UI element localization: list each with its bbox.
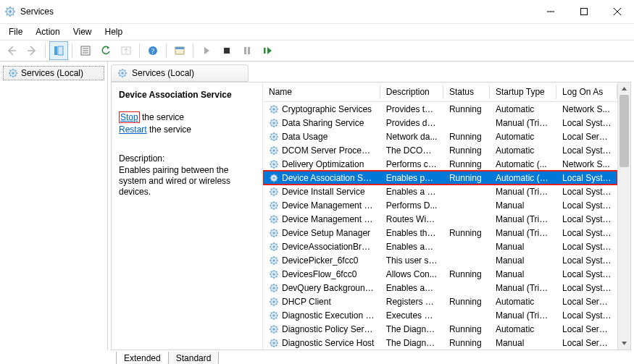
service-row[interactable]: Diagnostic Policy ServiceThe Diagno...Ru… — [263, 322, 617, 336]
cell-startup: Automatic (T... — [490, 173, 556, 183]
gear-icon — [117, 68, 128, 78]
cell-startup: Automatic — [490, 297, 556, 307]
menu-view[interactable]: View — [67, 25, 98, 38]
cell-desc: Enables the ... — [380, 228, 443, 238]
titlebar: Services — [0, 0, 634, 24]
maximize-button[interactable] — [567, 0, 601, 23]
cell-desc: Enables a c... — [380, 187, 443, 197]
stop-service-button[interactable] — [217, 41, 236, 60]
service-row[interactable]: Data Sharing ServiceProvides da...Manual… — [263, 116, 617, 130]
service-row[interactable]: DevQuery Background Disc...Enables app..… — [263, 281, 617, 295]
cell-logon: Network S... — [556, 159, 617, 169]
gear-icon — [269, 132, 279, 142]
col-header-name[interactable]: Name — [263, 82, 380, 101]
cell-logon: Local Syste... — [556, 200, 617, 211]
nav-back-button[interactable] — [2, 41, 21, 60]
vertical-scrollbar[interactable] — [617, 82, 630, 350]
service-row[interactable]: DHCP ClientRegisters an...RunningAutomat… — [263, 295, 617, 308]
restart-service-button[interactable] — [258, 41, 277, 60]
cell-logon: Local Service — [556, 338, 617, 348]
service-row[interactable]: Device Setup ManagerEnables the ...Runni… — [263, 226, 617, 240]
service-row[interactable]: Data UsageNetwork da...RunningAutomaticL… — [263, 130, 617, 143]
service-row[interactable]: Diagnostic Execution ServiceExecutes di.… — [263, 308, 617, 322]
tab-standard[interactable]: Standard — [168, 352, 220, 365]
col-header-start[interactable]: Startup Type — [490, 82, 556, 101]
toolbar-separator — [72, 43, 72, 58]
cell-status: Running — [443, 324, 490, 334]
cell-logon: Local Syste... — [556, 118, 617, 128]
menu-file[interactable]: File — [3, 25, 28, 38]
gear-icon — [269, 118, 279, 128]
props-dialog-button[interactable] — [170, 41, 189, 60]
service-row[interactable]: Delivery OptimizationPerforms co...Runni… — [263, 157, 617, 171]
gear-icon — [8, 68, 18, 78]
service-row[interactable]: Device Install ServiceEnables a c...Manu… — [263, 185, 617, 198]
service-name-text: Diagnostic Execution Service — [282, 310, 375, 321]
start-service-button[interactable] — [197, 41, 216, 60]
cell-startup: Manual (Trig... — [490, 310, 556, 321]
service-row[interactable]: Diagnostic Service HostThe Diagno...Runn… — [263, 336, 617, 350]
cell-status: Running — [443, 145, 490, 156]
show-tree-button[interactable] — [49, 41, 68, 60]
properties-button[interactable] — [76, 41, 95, 60]
service-row[interactable]: Device Association ServiceEnables pair..… — [263, 171, 617, 185]
cell-name: Device Association Service — [263, 173, 380, 183]
service-row[interactable]: DCOM Server Process Laun...The DCOML...R… — [263, 143, 617, 157]
menu-help[interactable]: Help — [99, 25, 129, 38]
pause-service-button[interactable] — [238, 41, 256, 60]
cell-name: Delivery Optimization — [263, 159, 380, 169]
svg-rect-27 — [248, 47, 250, 54]
cell-logon: Local Syste... — [556, 145, 617, 156]
pane-header: Services (Local) — [111, 64, 249, 82]
cell-startup: Manual — [490, 255, 556, 266]
tree-root-services[interactable]: Services (Local) — [3, 66, 104, 80]
refresh-button[interactable] — [96, 41, 115, 60]
service-row[interactable]: DevicesFlow_6fcc0Allows Con...RunningMan… — [263, 267, 617, 281]
cell-name: Device Setup Manager — [263, 228, 380, 238]
help-button[interactable]: ? — [143, 41, 162, 60]
cell-name: Device Management Wirele... — [263, 214, 380, 224]
service-row[interactable]: DevicePicker_6fcc0This user ser...Manual… — [263, 253, 617, 267]
gear-icon — [269, 242, 279, 252]
service-row[interactable]: Device Management Enroll...Performs D...… — [263, 198, 617, 212]
gear-icon — [269, 255, 279, 266]
scroll-up-icon[interactable] — [618, 82, 630, 95]
cell-name: Diagnostic Service Host — [263, 338, 380, 348]
service-row[interactable]: Cryptographic ServicesProvides thr...Run… — [263, 102, 617, 116]
scroll-thumb[interactable] — [620, 95, 629, 167]
menu-action[interactable]: Action — [30, 25, 65, 38]
col-header-status[interactable]: Status — [443, 82, 490, 101]
cell-desc: Performs co... — [380, 159, 443, 169]
scroll-down-icon[interactable] — [618, 337, 630, 350]
nav-forward-button[interactable] — [22, 41, 41, 60]
tab-extended[interactable]: Extended — [116, 352, 169, 365]
cell-desc: Routes Wire... — [380, 214, 443, 224]
cell-logon: Local Syste... — [556, 187, 617, 197]
restart-link[interactable]: Restart — [119, 124, 147, 135]
gear-icon — [269, 338, 279, 348]
service-name-text: DevicesFlow_6fcc0 — [282, 269, 375, 279]
cell-desc: Enables app... — [380, 242, 443, 252]
window-title: Services — [20, 7, 54, 17]
cell-startup: Manual — [490, 242, 556, 252]
col-header-logon[interactable]: Log On As — [556, 82, 617, 101]
list-header: Name Description Status Startup Type Log… — [263, 82, 617, 102]
col-header-desc[interactable]: Description — [380, 82, 443, 101]
cell-name: DevicesFlow_6fcc0 — [263, 269, 380, 279]
service-row[interactable]: Device Management Wirele...Routes Wire..… — [263, 212, 617, 226]
minimize-button[interactable] — [534, 0, 567, 23]
cell-desc: Network da... — [380, 132, 443, 142]
cell-logon: Local Service — [556, 132, 617, 142]
service-name-text: Delivery Optimization — [282, 159, 375, 169]
toolbar-separator — [166, 43, 167, 58]
svg-rect-11 — [581, 9, 588, 15]
service-row[interactable]: DeviceAssociationBroker_6f...Enables app… — [263, 240, 617, 253]
export-button[interactable] — [117, 41, 135, 60]
cell-startup: Manual — [490, 338, 556, 348]
stop-link[interactable]: Stop — [119, 111, 140, 123]
svg-rect-15 — [58, 46, 63, 55]
gear-icon — [269, 283, 279, 293]
svg-text:?: ? — [151, 47, 155, 55]
close-button[interactable] — [601, 0, 634, 23]
list-body: Cryptographic ServicesProvides thr...Run… — [263, 102, 617, 350]
